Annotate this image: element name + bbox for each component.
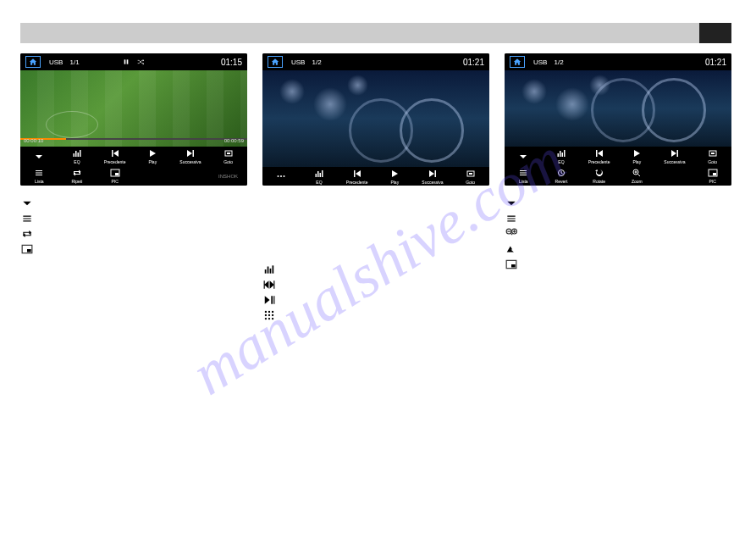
ctrl-row-3b: ListaRevertRotateZoomPIC [505,166,731,186]
next-button[interactable]: Successiva [662,148,687,164]
home-button[interactable] [510,56,525,68]
ctrl-label: Successiva [422,180,443,185]
chevron-down-button[interactable] [26,152,52,162]
svg-rect-0 [124,59,126,64]
svg-rect-35 [560,151,561,157]
col-1: USB 1/1 01:15 00:00:10 00:00:59 EQPreced… [20,53,247,323]
brand-button[interactable]: INSHOK [216,174,241,179]
svg-rect-47 [511,264,516,268]
next-button[interactable]: Successiva [178,148,203,164]
controls-3: EQPrecedentePlaySuccessivaGoto ListaReve… [505,147,731,186]
spacer-button [140,171,165,181]
zoom-button[interactable]: Zoom [624,168,649,184]
svg-point-14 [284,175,285,177]
legend-row [20,196,247,211]
video-area-1[interactable]: 00:00:10 00:00:59 [20,70,247,147]
ctrl-label: Precedente [346,180,368,185]
next-button[interactable]: Successiva [420,169,445,185]
prev-button[interactable]: Precedente [587,148,612,164]
prev-button[interactable]: Precedente [345,169,370,185]
svg-rect-34 [557,153,559,157]
eq-icon [262,264,276,275]
video-area-2[interactable] [262,70,489,167]
clock: 01:15 [221,58,242,67]
ctrl-label: Precedente [588,159,610,164]
ctrl-row-2a: EQPrecedentePlaySuccessivaGoto [262,167,489,186]
goto-button[interactable]: Goto [216,148,241,164]
goto-button[interactable]: Goto [458,169,483,185]
legend-row [262,292,489,308]
svg-rect-22 [268,267,269,274]
legend-row [505,242,731,257]
col-2: USB 1/2 01:21 EQPrecedentePlaySuccessiva… [262,53,489,323]
legend-row [20,211,247,226]
legend-row [20,242,247,257]
ctrl-label: EQ [316,180,322,185]
svg-rect-15 [315,174,317,177]
ctrl-label: Play [632,159,641,164]
svg-point-33 [272,318,273,319]
svg-point-13 [280,175,282,177]
svg-rect-17 [319,173,321,177]
shuffle-icon [136,58,145,65]
svg-rect-36 [561,153,563,157]
svg-rect-7 [227,153,230,154]
revert-button[interactable]: Revert [549,168,574,184]
chevron-down-button[interactable] [510,152,536,162]
svg-rect-5 [80,150,81,157]
ctrl-label: EQ [74,159,80,164]
rotate-tri-icon [505,243,518,255]
track-label: 1/2 [554,58,563,66]
play-button[interactable]: Play [382,169,407,185]
rotate-button[interactable]: Rotate [587,168,612,184]
dots-button[interactable] [268,171,294,181]
legend-row [262,308,489,323]
video-area-3[interactable] [505,70,731,147]
svg-rect-1 [127,59,129,64]
list-button[interactable]: Lista [510,168,536,184]
eq-button[interactable]: EQ [64,148,90,164]
pic-button[interactable]: PIC [700,168,726,184]
prevnext-icon [262,279,276,291]
legend-row [505,257,731,272]
list-button[interactable]: Lista [26,168,52,184]
goto-button[interactable]: Goto [700,148,726,164]
track-label: 1/1 [69,58,79,66]
track-label: 1/2 [312,58,321,66]
svg-point-12 [278,175,279,177]
repeat-button[interactable]: Ripeti [64,168,90,184]
play-button[interactable]: Play [624,148,649,164]
prev-button[interactable]: Precedente [102,148,128,164]
svg-point-32 [268,318,270,319]
play-button[interactable]: Play [140,148,165,164]
ctrl-label: Lista [35,179,44,184]
spacer-button [178,171,203,181]
elapsed: 00:00:10 [24,138,43,147]
pic-small-icon [20,243,34,255]
screen-3: USB 1/2 01:21 EQPrecedentePlaySuccessiva… [505,53,731,186]
eq-button[interactable]: EQ [549,148,574,164]
home-button[interactable] [25,56,41,68]
svg-point-26 [268,311,270,313]
screen-2: USB 1/2 01:21 EQPrecedentePlaySuccessiva… [262,53,489,186]
ctrl-label: Precedente [104,159,126,164]
ctrl-label: Successiva [664,159,685,164]
svg-rect-21 [265,269,267,274]
legend-row [505,196,731,211]
home-button[interactable] [268,56,283,68]
list-icon [20,213,34,225]
ctrl-label: PIC [111,179,118,184]
svg-rect-43 [713,173,716,175]
eq-button[interactable]: EQ [306,169,332,185]
screen-3-topbar: USB 1/2 01:21 [505,53,731,70]
ctrl-label: Goto [466,180,475,185]
pic-button[interactable]: PIC [102,168,128,184]
legend-row [505,211,731,226]
ctrl-label: Goto [223,159,233,164]
grid-icon [262,309,276,321]
clock: 01:21 [705,58,726,67]
col-3: USB 1/2 01:21 EQPrecedentePlaySuccessiva… [505,53,731,323]
svg-point-28 [265,314,267,316]
ctrl-label: Goto [708,159,717,164]
svg-rect-20 [469,173,472,175]
